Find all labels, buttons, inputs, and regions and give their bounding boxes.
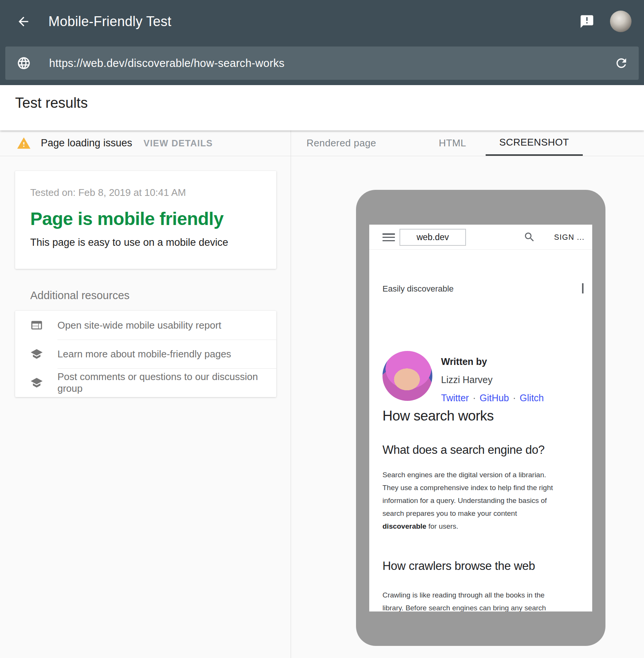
glitch-link: Glitch (520, 393, 544, 403)
url-bar[interactable]: https://web.dev/discoverable/how-search-… (5, 47, 639, 80)
author-name: Lizzi Harvey (441, 374, 492, 385)
tab-screenshot[interactable]: SCREENSHOT (486, 130, 583, 156)
left-panel: Page loading issues VIEW DETAILS Tested … (0, 130, 291, 658)
issues-label: Page loading issues (41, 137, 132, 149)
breadcrumb: Easily discoverable (382, 284, 454, 294)
phone-screenshot: web.dev SIGN ... Easily discoverable Wri… (369, 225, 592, 611)
tab-html[interactable]: HTML (425, 130, 480, 156)
resource-label: Learn more about mobile-friendly pages (57, 348, 231, 360)
app-title: Mobile-Friendly Test (48, 14, 579, 29)
resource-discussion-group[interactable]: Post comments or questions to our discus… (15, 368, 276, 397)
page-title: Test results (15, 95, 644, 111)
refresh-icon[interactable] (614, 56, 629, 70)
results-header: Test results (0, 85, 644, 130)
author-links: Twitter·GitHub·Glitch (441, 393, 544, 403)
view-details-link[interactable]: VIEW DETAILS (144, 138, 213, 149)
content: Page loading issues VIEW DETAILS Tested … (0, 130, 644, 658)
phone-mockup: web.dev SIGN ... Easily discoverable Wri… (356, 190, 605, 646)
arrow-back-icon (16, 14, 31, 29)
github-link: GitHub (480, 393, 509, 403)
phone-nav-bar: web.dev SIGN ... (369, 225, 592, 250)
user-avatar[interactable] (610, 11, 632, 32)
written-by-label: Written by (441, 356, 487, 367)
tabs-bar: Rendered page HTML SCREENSHOT (291, 130, 644, 156)
resource-label: Post comments or questions to our discus… (57, 371, 276, 394)
tab-rendered-page[interactable]: Rendered page (293, 130, 390, 156)
url-input[interactable]: https://web.dev/discoverable/how-search-… (49, 57, 614, 70)
tested-on-timestamp: Tested on: Feb 8, 2019 at 10:41 AM (30, 187, 261, 199)
bold-keyword: discoverable (382, 522, 426, 530)
school-icon (30, 348, 43, 360)
resources-card: Open site-wide mobile usability report L… (15, 311, 276, 397)
resource-label: Open site-wide mobile usability report (57, 320, 221, 331)
verdict-description: This page is easy to use on a mobile dev… (30, 237, 261, 248)
sign-in-label: SIGN ... (554, 225, 585, 250)
section-body: Crawling is like reading through all the… (382, 589, 590, 611)
resource-learn-more[interactable]: Learn more about mobile-friendly pages (15, 340, 276, 368)
article-title: How search works (382, 408, 494, 424)
app-bar: Mobile-Friendly Test (0, 0, 644, 43)
globe-icon (17, 56, 31, 70)
page-loading-issues-row: Page loading issues VIEW DETAILS (0, 130, 291, 156)
warning-icon (17, 136, 31, 151)
section-heading: How crawlers browse the web (382, 559, 535, 573)
feedback-icon (579, 14, 594, 29)
truncated-glyph (582, 283, 584, 293)
back-button[interactable] (15, 13, 32, 30)
link-separator: · (513, 393, 516, 403)
section-heading: What does a search engine do? (382, 443, 545, 457)
hamburger-menu-icon (382, 233, 395, 241)
phone-logo: web.dev (399, 229, 466, 246)
twitter-link: Twitter (441, 393, 469, 403)
result-card: Tested on: Feb 8, 2019 at 10:41 AM Page … (15, 171, 276, 269)
section-body: Search engines are the digital version o… (382, 469, 590, 533)
usability-report-icon (30, 319, 43, 332)
url-strip: https://web.dev/discoverable/how-search-… (0, 43, 644, 85)
feedback-button[interactable] (579, 14, 595, 29)
author-avatar (382, 351, 432, 401)
additional-resources-heading: Additional resources (30, 289, 291, 302)
verdict-text: Page is mobile friendly (30, 208, 261, 229)
school-icon (30, 376, 43, 389)
search-icon (523, 231, 536, 243)
link-separator: · (473, 393, 476, 403)
right-panel: Rendered page HTML SCREENSHOT web.dev SI… (291, 130, 644, 658)
resource-usability-report[interactable]: Open site-wide mobile usability report (15, 311, 276, 340)
